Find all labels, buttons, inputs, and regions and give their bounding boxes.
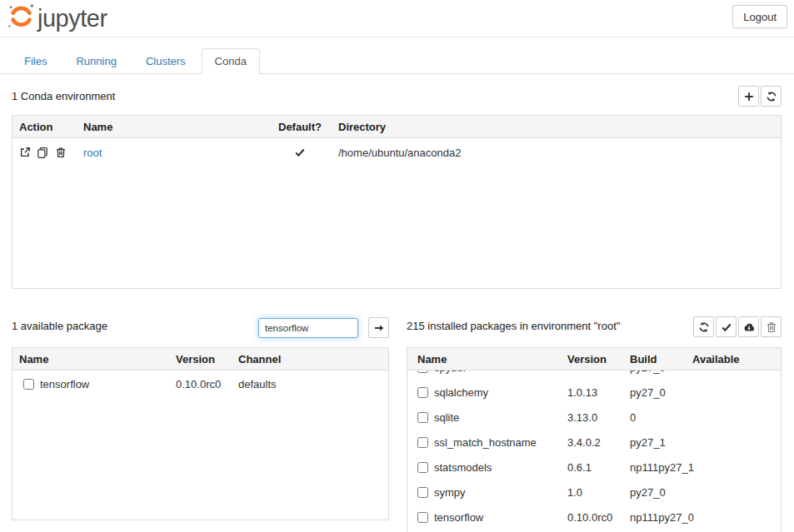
package-build: 0 xyxy=(630,411,692,424)
trash-icon xyxy=(55,147,67,158)
package-build: py27_0 xyxy=(630,486,692,499)
available-packages-title: 1 available package xyxy=(12,320,107,332)
refresh-icon xyxy=(766,91,777,102)
package-build: np111py27_0 xyxy=(630,511,692,524)
trash-icon xyxy=(766,321,777,333)
column-action: Action xyxy=(19,121,83,133)
package-version: 0.10.0rc0 xyxy=(176,378,238,390)
column-build: Build xyxy=(630,353,692,365)
installed-package-row: statsmodels 0.6.1 np111py27_1 xyxy=(407,455,781,480)
available-packages-panel: 1 available package Name Version Channel… xyxy=(12,315,389,347)
jupyter-logo[interactable]: jupyter xyxy=(6,2,107,35)
app-header: jupyter Logout xyxy=(0,0,794,37)
logo-text: jupyter xyxy=(37,2,107,35)
row-checkbox[interactable] xyxy=(417,487,428,498)
package-version: 3.4.0.2 xyxy=(567,436,630,449)
search-submit-button[interactable] xyxy=(368,317,389,338)
row-checkbox[interactable] xyxy=(417,387,428,398)
available-packages-header: 1 available package xyxy=(12,315,389,347)
column-channel: Channel xyxy=(238,353,388,365)
installed-packages-panel: 215 installed packages in environment "r… xyxy=(407,315,782,347)
package-build: py27_0 xyxy=(630,370,692,374)
environment-row: root /home/ubuntu/anaconda2 xyxy=(12,138,781,167)
package-name: statsmodels xyxy=(434,461,492,474)
refresh-packages-button[interactable] xyxy=(693,316,714,337)
tab-clusters[interactable]: Clusters xyxy=(132,48,199,74)
environments-header: 1 Conda environment xyxy=(12,85,782,107)
package-name: spyder xyxy=(434,370,467,374)
check-updates-button[interactable] xyxy=(716,316,737,337)
tab-running[interactable]: Running xyxy=(62,48,129,74)
package-name: sqlalchemy xyxy=(434,386,488,399)
installed-packages-table: Name Version Build Available spyder py27… xyxy=(407,347,782,532)
environment-name-link[interactable]: root xyxy=(83,147,278,159)
environments-table: Action Name Default? Directory root xyxy=(12,115,782,289)
column-directory: Directory xyxy=(338,121,781,133)
create-environment-button[interactable] xyxy=(738,86,759,107)
column-default: Default? xyxy=(278,121,338,133)
row-checkbox[interactable] xyxy=(417,412,428,423)
row-checkbox[interactable] xyxy=(417,512,428,523)
column-version: Version xyxy=(567,353,630,365)
installed-package-row: sqlalchemy 1.0.13 py27_0 xyxy=(407,380,781,405)
delete-environment-button[interactable] xyxy=(55,147,67,158)
plus-icon xyxy=(743,91,755,102)
update-packages-button[interactable] xyxy=(738,316,759,337)
package-name: sympy xyxy=(434,486,466,499)
check-icon xyxy=(294,147,306,158)
package-build: py27_1 xyxy=(630,436,692,449)
installed-table-header: Name Version Build Available xyxy=(407,348,781,370)
row-checkbox[interactable] xyxy=(417,462,428,473)
package-name: tensorflow xyxy=(434,511,483,524)
row-checkbox[interactable] xyxy=(23,379,34,390)
package-version: 0.6.1 xyxy=(567,461,630,474)
column-available: Available xyxy=(692,353,781,365)
column-name: Name xyxy=(19,353,176,365)
check-icon xyxy=(721,321,732,333)
row-checkbox[interactable] xyxy=(417,370,428,373)
installed-packages-header: 215 installed packages in environment "r… xyxy=(407,315,782,347)
package-version: 1.0 xyxy=(567,486,630,499)
environment-directory: /home/ubuntu/anaconda2 xyxy=(338,147,781,159)
package-build: np111py27_1 xyxy=(630,461,692,474)
installed-package-row: tensorflow 0.10.0rc0 np111py27_0 xyxy=(407,505,781,530)
package-name: tensorflow xyxy=(40,378,89,390)
available-table-header: Name Version Channel xyxy=(12,348,388,370)
available-package-row: tensorflow 0.10.0rc0 defaults xyxy=(12,370,388,398)
export-environment-button[interactable] xyxy=(19,147,31,158)
row-checkbox[interactable] xyxy=(417,437,428,448)
package-channel: defaults xyxy=(238,378,388,390)
package-name: sqlite xyxy=(434,411,459,424)
package-name: ssl_match_hostname xyxy=(434,436,537,449)
tab-files[interactable]: Files xyxy=(11,48,60,74)
package-version: 1.0.13 xyxy=(567,386,630,399)
package-search-input[interactable] xyxy=(258,318,358,338)
remove-packages-button[interactable] xyxy=(761,316,782,337)
logout-button[interactable]: Logout xyxy=(732,5,787,28)
package-version: 3.13.0 xyxy=(567,411,630,424)
installed-package-row-partial: spyder py27_0 xyxy=(407,370,781,380)
cloud-download-icon xyxy=(743,321,755,333)
refresh-environments-button[interactable] xyxy=(761,86,782,107)
installed-package-row: sympy 1.0 py27_0 xyxy=(407,480,781,505)
column-name: Name xyxy=(417,353,567,365)
tab-bar: Files Running Clusters Conda xyxy=(0,37,794,74)
column-name: Name xyxy=(83,121,278,133)
column-version: Version xyxy=(176,353,238,365)
installed-packages-title: 215 installed packages in environment "r… xyxy=(407,320,620,332)
environments-table-header: Action Name Default? Directory xyxy=(12,116,781,138)
jupyter-conda-page: jupyter Logout Files Running Clusters Co… xyxy=(0,0,794,532)
installed-table-body[interactable]: spyder py27_0 sqlalchemy 1.0.13 py27_0 xyxy=(407,370,781,532)
installed-package-row: sqlite 3.13.0 0 xyxy=(407,405,781,430)
default-checkmark xyxy=(278,147,338,158)
installed-package-row: ssl_match_hostname 3.4.0.2 py27_1 xyxy=(407,430,781,455)
tab-conda[interactable]: Conda xyxy=(202,48,260,74)
clone-environment-button[interactable] xyxy=(37,147,49,159)
available-packages-table: Name Version Channel tensorflow 0.10.0rc… xyxy=(12,347,389,520)
clone-icon xyxy=(37,147,49,159)
external-link-icon xyxy=(19,147,31,158)
arrow-right-icon xyxy=(373,322,385,334)
refresh-icon xyxy=(698,321,710,333)
environments-title: 1 Conda environment xyxy=(12,90,115,102)
package-version: 0.10.0rc0 xyxy=(567,511,630,524)
